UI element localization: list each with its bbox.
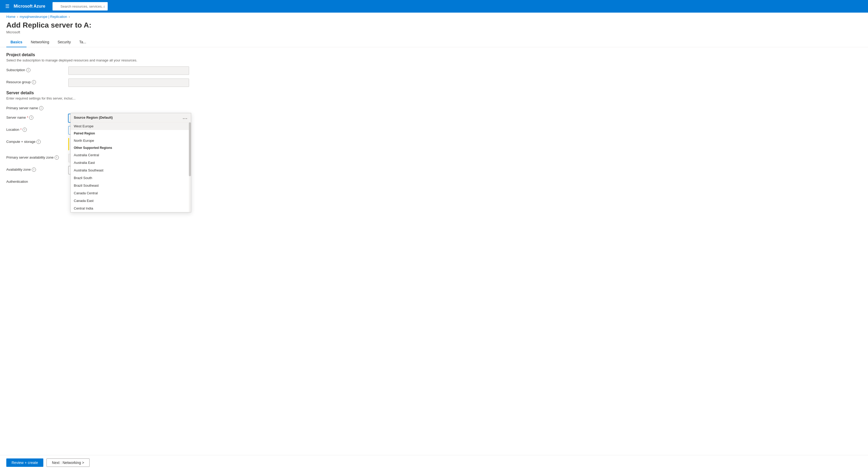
server-name-required: * <box>27 116 28 120</box>
server-name-label: Server name * i <box>6 114 64 120</box>
dropdown-item-canada-central[interactable]: Canada Central <box>71 189 191 197</box>
tabs-container: Basics Networking Security Ta... <box>0 37 868 47</box>
dropdown-item-brazil-south[interactable]: Brazil South <box>71 174 191 182</box>
project-details-section: Project details Select the subscription … <box>6 53 862 87</box>
availability-zone-info-icon[interactable]: i <box>32 167 36 172</box>
authentication-label: Authentication <box>6 178 64 184</box>
compute-storage-info-icon[interactable]: i <box>36 140 41 144</box>
dropdown-item-canada-east[interactable]: Canada East <box>71 197 191 205</box>
breadcrumb-parent[interactable]: mysqlrwesteurope | Replication <box>20 15 67 19</box>
tab-tags[interactable]: Ta... <box>75 37 90 47</box>
page-subtitle: Microsoft <box>6 30 862 34</box>
resource-group-control <box>68 79 189 87</box>
availability-zone-label: Availability zone i <box>6 166 64 172</box>
location-label: Location * i <box>6 126 64 132</box>
resource-group-info-icon[interactable]: i <box>32 80 36 84</box>
region-dropdown-panel[interactable]: Source Region (Default) ... West Europe … <box>70 113 191 212</box>
location-info-icon[interactable]: i <box>23 128 27 132</box>
dropdown-items-container: West Europe Paired Region North Europe O… <box>71 122 191 212</box>
breadcrumb: Home › mysqlrwesteurope | Replication › <box>0 12 868 21</box>
subscription-row: Subscription i <box>6 66 862 75</box>
server-details-title: Server details <box>6 91 862 95</box>
project-details-title: Project details <box>6 53 862 57</box>
resource-group-label: Resource group i <box>6 79 64 84</box>
primary-server-name-label: Primary server name i <box>6 104 64 110</box>
page-header: Add Replica server to A: Microsoft <box>0 21 868 37</box>
breadcrumb-home[interactable]: Home <box>6 15 16 19</box>
topbar: ☰ Microsoft Azure 🔍 <box>0 0 868 12</box>
primary-server-name-info-icon[interactable]: i <box>39 106 43 110</box>
location-required: * <box>20 128 22 131</box>
hamburger-menu-icon[interactable]: ☰ <box>4 2 10 10</box>
dropdown-scrollbar-thumb[interactable] <box>189 122 191 176</box>
project-details-desc: Select the subscription to manage deploy… <box>6 58 862 62</box>
dropdown-header: Source Region (Default) ... <box>71 113 191 122</box>
search-wrapper: 🔍 <box>51 2 150 10</box>
dropdown-scrollbar-track <box>189 122 191 212</box>
server-name-info-icon[interactable]: i <box>29 116 33 120</box>
dropdown-item-brazil-southeast[interactable]: Brazil Southeast <box>71 182 191 189</box>
dropdown-group-other-regions: Other Supported Regions <box>71 145 191 151</box>
dropdown-item-central-india[interactable]: Central India <box>71 205 191 212</box>
dropdown-header-label: Source Region (Default) <box>74 116 113 120</box>
main-content: Project details Select the subscription … <box>0 47 868 443</box>
dropdown-item-north-europe[interactable]: North Europe <box>71 137 191 145</box>
dropdown-item-west-europe[interactable]: West Europe <box>71 122 191 130</box>
primary-availability-zone-label: Primary server availability zone i <box>6 154 64 160</box>
subscription-info-icon[interactable]: i <box>26 68 30 72</box>
primary-availability-zone-info-icon[interactable]: i <box>55 155 59 160</box>
compute-storage-label: Compute + storage i <box>6 138 64 144</box>
azure-logo: Microsoft Azure <box>14 4 45 9</box>
breadcrumb-chevron-icon-2: › <box>68 15 70 19</box>
page-title: Add Replica server to A: <box>6 21 862 30</box>
breadcrumb-chevron-icon: › <box>17 15 18 19</box>
dropdown-item-australia-central[interactable]: Australia Central <box>71 151 191 159</box>
resource-group-row: Resource group i <box>6 79 862 87</box>
dropdown-group-paired-region: Paired Region <box>71 130 191 137</box>
tab-basics[interactable]: Basics <box>6 37 27 47</box>
tab-networking[interactable]: Networking <box>27 37 53 47</box>
tab-security[interactable]: Security <box>53 37 75 47</box>
dropdown-item-australia-east[interactable]: Australia East <box>71 159 191 166</box>
search-input[interactable] <box>53 2 108 10</box>
subscription-label: Subscription i <box>6 66 64 72</box>
dropdown-ellipsis-icon[interactable]: ... <box>183 115 188 120</box>
subscription-control <box>68 66 189 75</box>
server-details-desc: Enter required settings for this server,… <box>6 96 862 100</box>
dropdown-item-australia-southeast[interactable]: Australia Southeast <box>71 166 191 174</box>
primary-server-name-row: Primary server name i <box>6 104 862 110</box>
